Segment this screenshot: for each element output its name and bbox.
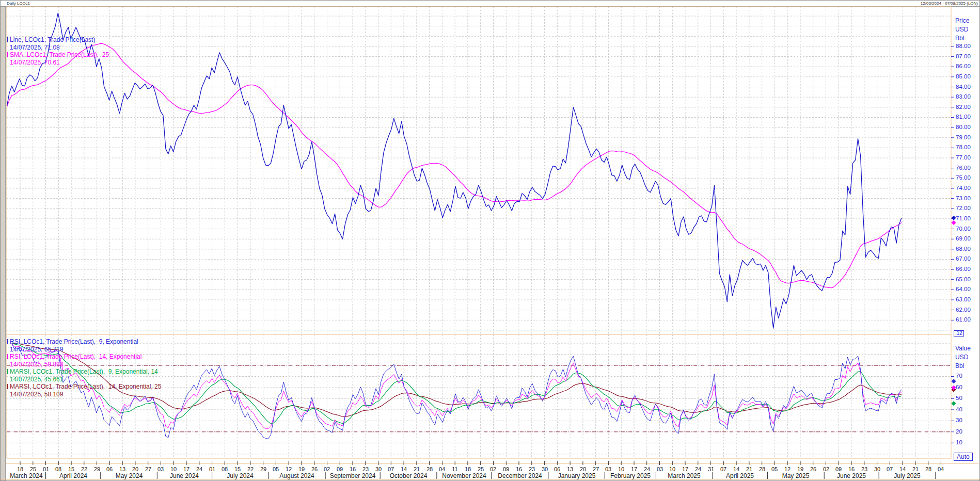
legend-price-value: 14/07/2025, 71.08 <box>10 44 60 51</box>
date-axis-day-tick: 20 <box>129 466 142 472</box>
date-axis-month-label: January 2025 <box>546 472 608 479</box>
chart-plot-svg[interactable] <box>1 1 980 481</box>
date-axis-day-tick: 04 <box>934 466 947 472</box>
date-axis-day-tick: 19 <box>295 466 308 472</box>
price-axis-tick: 66.00 <box>956 266 971 272</box>
price-axis-tick: 88.00 <box>956 43 971 49</box>
price-axis-tick: 84.00 <box>956 84 971 90</box>
date-axis-day-tick: 21 <box>909 466 922 472</box>
date-axis-month-label: November 2024 <box>433 472 495 479</box>
date-axis-day-tick: 21 <box>742 466 756 472</box>
date-axis-day-tick: 23 <box>525 466 539 472</box>
price-axis-tick: 82.00 <box>956 104 971 110</box>
date-axis-day-tick: 06 <box>103 466 116 472</box>
date-axis-day-tick: 09 <box>333 466 346 472</box>
legend-sma-value: 14/07/2025, 70.61 <box>10 59 60 66</box>
date-axis-month-label: May 2024 <box>98 472 160 479</box>
date-axis-day-tick: 02 <box>320 466 334 472</box>
date-axis-day-tick: 28 <box>423 466 436 472</box>
price-axis-tick: 69.00 <box>956 235 971 242</box>
legend-sma: SMA, LCOc1, Trade Price(Last), 25 <box>7 52 109 58</box>
price-axis-tick: 64.00 <box>956 286 971 292</box>
date-axis-day-tick: 30 <box>372 466 385 472</box>
date-axis-day-tick: 30 <box>871 466 884 472</box>
date-axis-month-label: October 2024 <box>377 472 439 479</box>
legend-rsi14-value: 14/07/2025, 59.890 <box>10 361 63 368</box>
date-axis-day-tick: 24 <box>691 466 705 472</box>
date-axis-day-tick: 07 <box>883 466 896 472</box>
legend-marsi14: MARSI, LCOc1, Trade Price(Last), 14, Exp… <box>7 383 161 390</box>
price-axis-header-2: USD <box>955 26 968 33</box>
date-axis-day-tick: 22 <box>77 466 91 472</box>
date-axis-day-tick: 13 <box>563 466 577 472</box>
price-axis-tick: 65.00 <box>956 276 971 282</box>
date-axis-day-tick: 24 <box>193 466 206 472</box>
date-axis-month-label: February 2025 <box>599 472 661 479</box>
date-axis-month-label: September 2024 <box>322 472 384 479</box>
legend-tick-icon <box>7 339 8 344</box>
price-axis-tick: 87.00 <box>956 53 971 59</box>
date-axis-day-tick: 08 <box>52 466 65 472</box>
date-axis-day-tick: 24 <box>640 466 654 472</box>
value-axis-tick: 50 <box>956 395 962 401</box>
date-axis-day-tick: 20 <box>576 466 590 472</box>
date-axis-day-tick: 18 <box>461 466 475 472</box>
date-axis-day-tick: 27 <box>141 466 155 472</box>
legend-marsi14-value: 14/07/2025, 58.109 <box>10 391 63 398</box>
date-axis-day-tick: 31 <box>704 466 718 472</box>
date-axis-day-tick: 27 <box>589 466 603 472</box>
chart-window: Daily LCOc1 12/03/2024 - 07/08/2025 (LON… <box>0 0 980 481</box>
price-axis-tick: 72.00 <box>956 205 971 211</box>
date-axis-month-label: July 2025 <box>876 472 938 479</box>
date-axis-day-tick: 08 <box>218 466 231 472</box>
date-axis-day-tick: 22 <box>244 466 257 472</box>
price-axis-tick: 61.00 <box>956 316 971 323</box>
value-axis-header-2: USD <box>955 354 968 361</box>
price-axis-tick: 73.00 <box>956 195 971 201</box>
date-axis-day-tick: 25 <box>474 466 487 472</box>
legend-marsi9: MARSI, LCOc1, Trade Price(Last), 9, Expo… <box>7 368 158 375</box>
date-axis-day-tick: 29 <box>90 466 104 472</box>
date-axis-day-tick: 03 <box>154 466 167 472</box>
date-axis-day-tick: 17 <box>678 466 692 472</box>
auto-scale-button[interactable]: Auto <box>954 453 973 461</box>
value-axis-header-1: Value <box>955 345 971 352</box>
price-axis-tick: 70.00 <box>956 226 971 232</box>
date-axis-day-tick: 23 <box>359 466 372 472</box>
date-axis-day-tick: 21 <box>410 466 423 472</box>
date-axis-month-label: April 2024 <box>42 472 104 479</box>
date-axis-day-tick: 16 <box>346 466 359 472</box>
price-axis-header-1: Price <box>955 17 969 24</box>
date-axis-day-tick: 10 <box>614 466 628 472</box>
date-axis-day-tick: 02 <box>486 466 500 472</box>
date-axis-day-tick: 18 <box>13 466 27 472</box>
date-axis-day-tick: 09 <box>832 466 845 472</box>
date-axis-day-tick: 14 <box>730 466 743 472</box>
legend-tick-icon <box>7 37 8 42</box>
date-axis-day-tick: 03 <box>602 466 615 472</box>
date-axis-day-tick: 07 <box>717 466 730 472</box>
date-axis-day-tick: 01 <box>39 466 53 472</box>
date-axis-month-label: April 2025 <box>709 472 771 479</box>
date-axis-month-label: May 2025 <box>765 472 827 479</box>
date-axis-day-tick: 09 <box>499 466 513 472</box>
price-axis-tick: 79.00 <box>956 134 971 140</box>
date-axis-month-label: July 2024 <box>209 472 271 479</box>
legend-rsi9: RSI, LCOc1, Trade Price(Last), 9, Expone… <box>7 339 138 345</box>
date-axis-day-tick: 05 <box>269 466 282 472</box>
date-axis-day-tick: 15 <box>65 466 78 472</box>
date-axis-month-label: August 2024 <box>266 472 328 479</box>
value-axis-tick: 40 <box>956 406 962 412</box>
date-axis-month-label: December 2024 <box>489 472 551 479</box>
date-axis-day-tick: 07 <box>384 466 398 472</box>
value-axis-tick: 60 <box>956 384 962 390</box>
date-axis-day-tick: 25 <box>26 466 40 472</box>
price-axis-tick: 81.00 <box>956 114 971 120</box>
legend-marsi9-value: 14/07/2025, 45.661 <box>10 376 63 383</box>
date-axis-day-tick: 03 <box>653 466 667 472</box>
price-axis-tick: 75.00 <box>956 174 971 181</box>
date-axis-day-tick: 06 <box>550 466 564 472</box>
date-axis-month-label: June 2025 <box>820 472 882 479</box>
date-axis-day-tick: 13 <box>116 466 129 472</box>
date-axis-day-tick: 11 <box>448 466 462 472</box>
